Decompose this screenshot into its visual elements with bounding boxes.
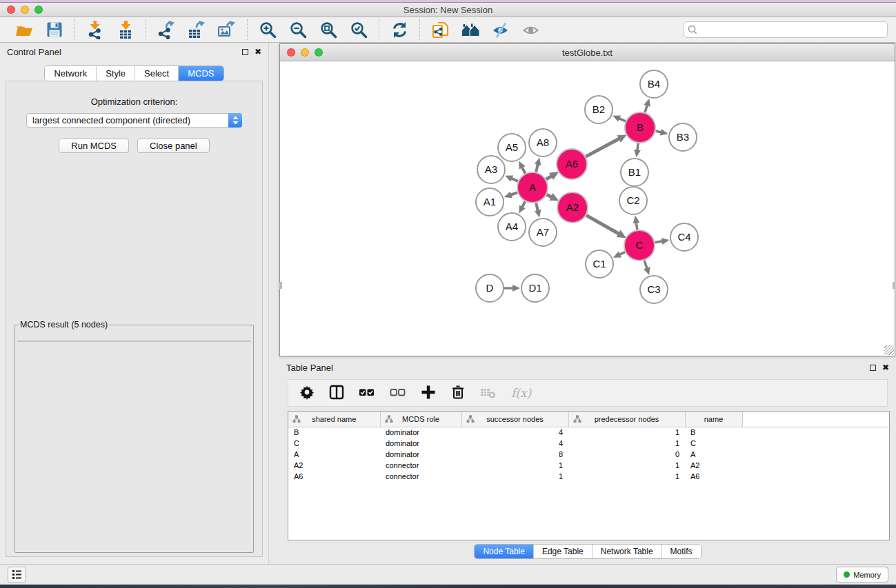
tab-mcds[interactable]: MCDS [179,66,223,81]
table-cell[interactable]: C [288,438,380,449]
network-close-button[interactable] [287,48,295,57]
node-B1[interactable]: B1 [621,159,648,186]
save-session-button[interactable] [43,19,66,40]
import-table-button[interactable] [114,19,137,40]
node-B2[interactable]: B2 [585,96,613,123]
table-cell[interactable]: A6 [685,471,742,482]
table-cell[interactable]: A [288,449,380,460]
node-C2[interactable]: C2 [619,187,647,214]
home-view-button[interactable] [459,19,482,40]
float-table-panel-icon[interactable] [870,365,876,371]
column-header-name[interactable]: name [685,412,742,427]
node-C3[interactable]: C3 [640,276,668,303]
run-mcds-button[interactable]: Run MCDS [59,139,129,153]
zoom-fit-button[interactable] [317,19,340,40]
node-A3[interactable]: A3 [477,156,505,183]
column-header-successor-nodes[interactable]: successor nodes [461,412,568,427]
column-header-predecessor-nodes[interactable]: predecessor nodes [568,412,685,427]
node-A2[interactable]: A2 [557,192,588,223]
export-network-button[interactable] [155,19,178,40]
node-D1[interactable]: D1 [521,274,549,302]
task-history-button[interactable] [8,567,26,582]
node-D[interactable]: D [476,274,504,302]
zoom-in-button[interactable] [256,19,279,40]
zoom-window-button[interactable] [34,6,43,14]
table-cell[interactable]: dominator [380,438,461,449]
left-resize-handle[interactable] [279,282,282,289]
open-session-button[interactable] [12,19,36,40]
close-panel-icon[interactable]: ✖ [255,48,261,56]
table-tab-motifs[interactable]: Motifs [662,545,701,558]
tab-style[interactable]: Style [97,66,135,81]
table-cell[interactable]: 1 [568,438,685,449]
corner-resize-grip[interactable] [884,345,894,355]
node-B[interactable]: B [625,112,655,143]
zoom-out-button[interactable] [286,19,310,40]
table-cell[interactable]: 8 [461,449,568,460]
table-cell[interactable]: dominator [380,427,461,438]
close-table-panel-icon[interactable]: ✖ [882,363,889,372]
show-graphics-details-button[interactable] [519,19,543,40]
minimize-window-button[interactable] [21,6,29,14]
table-row[interactable]: A2connector11A2 [288,460,890,471]
table-cell[interactable]: 4 [461,427,568,438]
node-B4[interactable]: B4 [640,70,668,98]
add-column-button[interactable] [421,383,436,403]
column-header-MCDS-role[interactable]: MCDS role [380,412,461,427]
network-zoom-button[interactable] [315,48,323,57]
table-row[interactable]: Adominator80A [288,449,890,460]
float-panel-icon[interactable] [242,49,248,55]
node-A8[interactable]: A8 [529,129,557,156]
table-cell[interactable]: 1 [461,460,568,471]
table-cell[interactable]: 1 [568,471,685,482]
table-tab-edge-table[interactable]: Edge Table [534,545,593,558]
table-cell[interactable]: A2 [288,460,380,471]
table-cell[interactable]: C [685,438,742,449]
table-cell[interactable]: A6 [288,471,380,482]
delete-column-button[interactable] [450,383,466,403]
node-B3[interactable]: B3 [669,123,697,151]
table-cell[interactable]: B [288,427,380,438]
refresh-button[interactable] [388,19,411,40]
table-cell[interactable]: B [685,427,742,438]
node-C4[interactable]: C4 [670,223,698,251]
node-A4[interactable]: A4 [498,213,526,241]
select-all-columns-button[interactable] [359,383,375,403]
search-input[interactable] [684,21,888,38]
zoom-selected-button[interactable] [347,19,370,40]
tab-network[interactable]: Network [45,66,97,81]
table-row[interactable]: A6connector11A6 [288,471,890,482]
network-canvas[interactable]: B4B2BB3A5A8A6B1A3AC2A1A2A4A7C4CC1DD1C3 [280,61,895,355]
hide-graphics-details-button[interactable] [489,19,512,40]
node-A7[interactable]: A7 [529,219,557,246]
table-tab-network-table[interactable]: Network Table [593,545,662,558]
table-cell[interactable]: connector [380,460,461,471]
table-cell[interactable]: dominator [380,449,461,460]
table-cell[interactable]: 1 [568,427,685,438]
table-settings-button[interactable] [299,383,315,403]
criterion-dropdown[interactable]: largest connected component (directed) [26,113,242,128]
memory-button[interactable]: Memory [836,567,888,582]
network-minimize-button[interactable] [301,48,309,57]
unselect-all-columns-button[interactable] [390,383,406,403]
tab-select[interactable]: Select [135,66,179,81]
node-C1[interactable]: C1 [586,250,613,278]
node-C[interactable]: C [624,230,655,261]
table-row[interactable]: Cdominator41C [288,438,890,449]
table-cell[interactable]: connector [380,471,461,482]
close-panel-button[interactable]: Close panel [137,139,210,153]
right-resize-handle[interactable] [893,282,895,289]
table-cell[interactable]: 0 [568,449,685,460]
table-cell[interactable]: 1 [461,471,568,482]
column-layout-button[interactable] [329,383,344,403]
node-A6[interactable]: A6 [557,149,587,179]
table-row[interactable]: Bdominator41B [288,427,890,438]
export-table-button[interactable] [185,19,208,40]
table-cell[interactable]: A2 [685,460,742,471]
node-A5[interactable]: A5 [498,134,526,161]
table-cell[interactable]: A [685,449,742,460]
table-cell[interactable]: 1 [568,460,685,471]
node-A1[interactable]: A1 [476,188,504,216]
export-image-button[interactable] [215,19,239,40]
node-A[interactable]: A [517,172,548,203]
